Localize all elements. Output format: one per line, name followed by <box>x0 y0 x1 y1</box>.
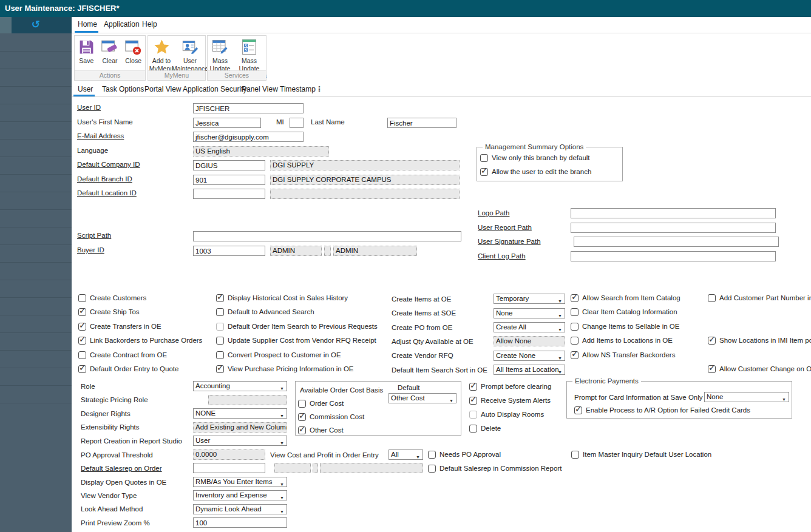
checkbox-order-cost[interactable]: Order Cost <box>298 400 344 408</box>
dropdown-create-vendor-rfq[interactable]: Create None <box>494 351 565 361</box>
input-last-name[interactable] <box>387 118 456 128</box>
checkbox-box[interactable] <box>78 365 86 373</box>
checkbox-box[interactable] <box>574 406 582 414</box>
checkbox-box[interactable] <box>78 294 86 302</box>
checkbox-box[interactable] <box>298 400 306 408</box>
tab-application-security[interactable]: Application Security <box>183 85 246 93</box>
input-mi[interactable] <box>290 118 304 128</box>
checkbox-box[interactable] <box>469 425 477 433</box>
label-user-signature-path[interactable]: User Signature Path <box>478 238 541 245</box>
input-first-name[interactable] <box>193 118 261 128</box>
label-logo-path[interactable]: Logo Path <box>478 209 509 217</box>
checkbox-allow-customer-change[interactable]: Allow Customer Change on Orders <box>708 365 811 373</box>
label-default-location-id[interactable]: Default Location ID <box>77 189 137 197</box>
checkbox-default-salesrep-commission[interactable]: Default Salesrep in Commission Report <box>428 465 562 473</box>
checkbox-box[interactable] <box>216 351 224 359</box>
checkbox-box[interactable] <box>216 294 224 302</box>
dropdown-prompt-for-card[interactable]: None <box>704 392 789 402</box>
checkbox-box[interactable] <box>708 365 716 373</box>
checkbox-box[interactable] <box>216 308 224 316</box>
input-user-id[interactable] <box>193 103 304 113</box>
checkbox-box[interactable] <box>216 337 224 345</box>
label-buyer-id[interactable]: Buyer ID <box>77 246 104 254</box>
refresh-icon[interactable]: ↺ <box>32 18 40 31</box>
ribbon-tab-home[interactable]: Home <box>78 20 97 29</box>
ribbon-tab-application[interactable]: Application <box>104 20 140 29</box>
checkbox-box[interactable] <box>571 451 579 459</box>
dropdown-view-cost-profit[interactable]: All <box>389 450 423 460</box>
input-default-salesrep[interactable] <box>193 463 265 473</box>
input-script-path[interactable] <box>193 231 461 241</box>
input-user-report-path[interactable] <box>571 223 776 233</box>
checkbox-receive-system-alerts[interactable]: Receive System Alerts <box>469 397 551 405</box>
checkbox-add-customer-part-number[interactable]: Add Customer Part Number in OE <box>708 294 811 302</box>
sidebar-row-list[interactable] <box>0 34 72 410</box>
checkbox-create-ship-tos[interactable]: Create Ship Tos <box>78 308 140 316</box>
checkbox-box[interactable] <box>428 465 436 473</box>
checkbox-clear-item-catalog[interactable]: Clear Item Catalog Information <box>571 308 677 316</box>
dropdown-create-po-from-oe[interactable]: Create All <box>494 322 565 332</box>
dropdown-look-ahead-method[interactable]: Dynamic Look Ahead <box>193 504 287 514</box>
tab-panel-view[interactable]: Panel View <box>242 85 278 93</box>
tab-user[interactable]: User <box>78 85 93 93</box>
checkbox-box[interactable] <box>78 351 86 359</box>
checkbox-view-only-branch[interactable]: View only this branch by default <box>480 154 590 162</box>
tab-task-options[interactable]: Task Options <box>102 85 144 93</box>
checkbox-create-customers[interactable]: Create Customers <box>78 294 146 302</box>
label-user-id[interactable]: User ID <box>77 104 101 111</box>
checkbox-box[interactable] <box>78 337 86 345</box>
checkbox-convert-prospect[interactable]: Convert Prospect to Customer in OE <box>216 351 341 359</box>
close-button[interactable]: Close <box>124 37 142 65</box>
input-email[interactable] <box>193 132 304 142</box>
label-default-company-id[interactable]: Default Company ID <box>77 161 140 168</box>
checkbox-box[interactable] <box>298 413 306 421</box>
checkbox-box[interactable] <box>78 308 86 316</box>
checkbox-change-items-sellable[interactable]: Change Items to Sellable in OE <box>571 323 679 331</box>
checkbox-create-transfers-in-oe[interactable]: Create Transfers in OE <box>78 323 161 331</box>
checkbox-box[interactable] <box>708 294 716 302</box>
checkbox-prompt-before-clearing[interactable]: Prompt before clearing <box>469 383 551 391</box>
input-default-branch-id[interactable] <box>193 175 265 185</box>
checkbox-show-locations-imi[interactable]: Show Locations in IMI Item popup <box>708 337 811 345</box>
checkbox-box[interactable] <box>571 323 579 331</box>
checkbox-link-backorders[interactable]: Link Backorders to Purchase Orders <box>78 337 202 345</box>
tab-timestamp[interactable]: Timestamp <box>280 85 316 93</box>
user-maintenance-button[interactable]: User Maintenance <box>175 37 205 72</box>
checkbox-box[interactable] <box>469 383 477 391</box>
input-client-log-path[interactable] <box>571 251 776 261</box>
checkbox-box[interactable] <box>571 337 579 345</box>
tab-portal-view[interactable]: Portal View <box>144 85 181 93</box>
checkbox-box[interactable] <box>216 365 224 373</box>
label-default-branch-id[interactable]: Default Branch ID <box>77 175 132 183</box>
label-user-report-path[interactable]: User Report Path <box>478 224 532 231</box>
dropdown-default-item-search-sort[interactable]: All Items at Location <box>494 365 565 375</box>
checkbox-item-master-inquiry[interactable]: Item Master Inquiry Default User Locatio… <box>571 451 711 459</box>
input-user-signature-path[interactable] <box>574 237 779 247</box>
label-client-log-path[interactable]: Client Log Path <box>478 252 526 260</box>
checkbox-other-cost[interactable]: Other Cost <box>298 426 344 434</box>
checkbox-box[interactable] <box>571 308 579 316</box>
checkbox-commission-cost[interactable]: Commission Cost <box>298 413 364 421</box>
checkbox-box[interactable] <box>708 337 716 345</box>
input-default-company-id[interactable] <box>193 160 265 170</box>
checkbox-needs-po-approval[interactable]: Needs PO Approval <box>428 451 501 459</box>
checkbox-enable-process-ar[interactable]: Enable Process to A/R Option for Failed … <box>574 406 750 414</box>
input-logo-path[interactable] <box>571 208 776 218</box>
dropdown-designer-rights[interactable]: NONE <box>193 408 287 419</box>
add-to-mymenu-button[interactable]: Add to MyMenu <box>148 37 175 72</box>
dropdown-role[interactable]: Accounting <box>193 381 287 391</box>
checkbox-box[interactable] <box>428 451 436 459</box>
checkbox-allow-search-item-catalog[interactable]: Allow Search from Item Catalog <box>571 294 680 302</box>
ribbon-tab-help[interactable]: Help <box>142 20 157 29</box>
label-script-path[interactable]: Script Path <box>77 232 111 239</box>
checkbox-display-historical-cost[interactable]: Display Historical Cost in Sales History <box>216 294 348 302</box>
checkbox-delete[interactable]: Delete <box>469 425 501 433</box>
clear-button[interactable]: Clear <box>101 37 118 65</box>
checkbox-box[interactable] <box>571 294 579 302</box>
checkbox-box[interactable] <box>480 168 488 176</box>
input-print-preview-zoom[interactable] <box>193 517 287 528</box>
checkbox-allow-edit-branch[interactable]: Allow the user to edit the branch <box>480 168 591 176</box>
more-tabs-icon[interactable]: ⋮ <box>316 85 323 93</box>
dropdown-create-items-at-soe[interactable]: None <box>494 308 565 318</box>
dropdown-create-items-at-oe[interactable]: Temporary <box>494 294 565 304</box>
